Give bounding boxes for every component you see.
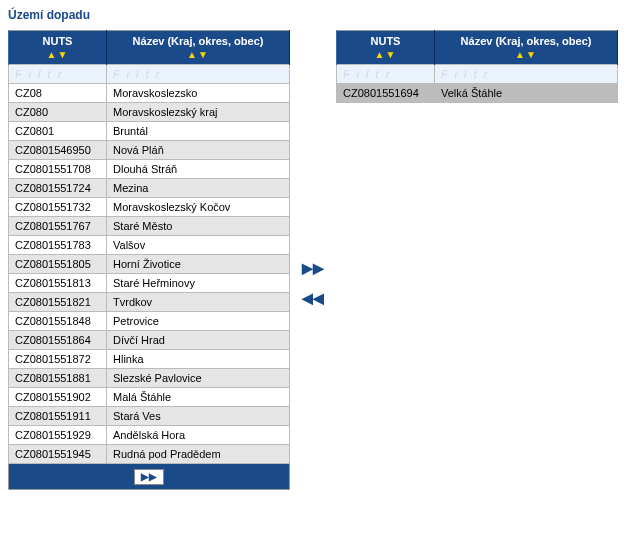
table-row[interactable]: CZ0801551694Velká Štáhle [337,84,618,103]
pager-footer: ▶▶ [8,464,290,490]
cell-nuts: CZ0801551911 [9,407,107,426]
table-row[interactable]: CZ0801551929Andělská Hora [9,426,290,445]
cell-name: Valšov [107,236,290,255]
add-button[interactable]: ▶▶ [302,260,324,276]
cell-nuts: CZ0801 [9,122,107,141]
available-panel: NUTS ▲▼ Název (Kraj, okres, obec) ▲▼ [8,30,290,490]
cell-nuts: CZ0801551694 [337,84,435,103]
table-row[interactable]: CZ0801551821Tvrdkov [9,293,290,312]
filter-name[interactable]: F i l t r [107,65,290,84]
cell-nuts: CZ080 [9,103,107,122]
cell-nuts: CZ0801551902 [9,388,107,407]
col-header-nuts[interactable]: NUTS ▲▼ [9,31,107,65]
cell-nuts: CZ0801551783 [9,236,107,255]
table-row[interactable]: CZ0801551864Dívčí Hrad [9,331,290,350]
cell-name: Slezské Pavlovice [107,369,290,388]
cell-name: Mezina [107,179,290,198]
sort-desc-icon[interactable]: ▼ [526,49,537,60]
sort-desc-icon[interactable]: ▼ [198,49,209,60]
cell-nuts: CZ0801551732 [9,198,107,217]
cell-name: Dlouhá Stráň [107,160,290,179]
col-header-name[interactable]: Název (Kraj, okres, obec) ▲▼ [435,31,618,65]
cell-nuts: CZ0801551767 [9,217,107,236]
sort-controls-name: ▲▼ [441,49,611,60]
cell-name: Staré Heřminovy [107,274,290,293]
cell-nuts: CZ0801551724 [9,179,107,198]
table-row[interactable]: CZ0801551911Stará Ves [9,407,290,426]
cell-name: Moravskoslezský Kočov [107,198,290,217]
cell-nuts: CZ0801551848 [9,312,107,331]
table-row[interactable]: CZ0801551724Mezina [9,179,290,198]
cell-name: Staré Město [107,217,290,236]
cell-nuts: CZ0801551945 [9,445,107,464]
col-header-name-label: Název (Kraj, okres, obec) [461,35,592,47]
table-row[interactable]: CZ0801551708Dlouhá Stráň [9,160,290,179]
cell-nuts: CZ0801551821 [9,293,107,312]
cell-nuts: CZ0801546950 [9,141,107,160]
cell-name: Petrovice [107,312,290,331]
table-row[interactable]: CZ0801551767Staré Město [9,217,290,236]
cell-name: Bruntál [107,122,290,141]
table-row[interactable]: CZ0801551848Petrovice [9,312,290,331]
sort-desc-icon[interactable]: ▼ [386,49,397,60]
transfer-controls: ▶▶ ◀◀ [298,30,328,306]
cell-nuts: CZ0801551805 [9,255,107,274]
cell-name: Stará Ves [107,407,290,426]
filter-nuts[interactable]: F i l t r [9,65,107,84]
sort-asc-icon[interactable]: ▲ [515,49,526,60]
cell-name: Moravskoslezský kraj [107,103,290,122]
sort-controls-name: ▲▼ [113,49,283,60]
table-row[interactable]: CZ0801551945Rudná pod Pradědem [9,445,290,464]
table-row[interactable]: CZ0801551881Slezské Pavlovice [9,369,290,388]
filter-row[interactable]: F i l t r F i l t r [9,65,290,84]
dual-list-layout: NUTS ▲▼ Název (Kraj, okres, obec) ▲▼ [8,30,619,490]
cell-name: Rudná pod Pradědem [107,445,290,464]
sort-asc-icon[interactable]: ▲ [187,49,198,60]
cell-name: Malá Štáhle [107,388,290,407]
remove-button[interactable]: ◀◀ [302,290,324,306]
table-row[interactable]: CZ080Moravskoslezský kraj [9,103,290,122]
cell-nuts: CZ0801551864 [9,331,107,350]
table-row[interactable]: CZ08Moravskoslezsko [9,84,290,103]
cell-name: Tvrdkov [107,293,290,312]
cell-nuts: CZ0801551881 [9,369,107,388]
cell-name: Andělská Hora [107,426,290,445]
cell-name: Moravskoslezsko [107,84,290,103]
table-row[interactable]: CZ0801551805Horní Životice [9,255,290,274]
sort-asc-icon[interactable]: ▲ [375,49,386,60]
cell-name: Nová Pláň [107,141,290,160]
col-header-name[interactable]: Název (Kraj, okres, obec) ▲▼ [107,31,290,65]
col-header-nuts[interactable]: NUTS ▲▼ [337,31,435,65]
cell-nuts: CZ08 [9,84,107,103]
table-row[interactable]: CZ0801551783Valšov [9,236,290,255]
sort-asc-icon[interactable]: ▲ [47,49,58,60]
col-header-nuts-label: NUTS [43,35,73,47]
sort-desc-icon[interactable]: ▼ [58,49,69,60]
filter-name[interactable]: F i l t r [435,65,618,84]
table-row[interactable]: CZ0801551813Staré Heřminovy [9,274,290,293]
cell-name: Dívčí Hrad [107,331,290,350]
table-row[interactable]: CZ0801Bruntál [9,122,290,141]
filter-nuts[interactable]: F i l t r [337,65,435,84]
cell-name: Hlinka [107,350,290,369]
table-row[interactable]: CZ0801551902Malá Štáhle [9,388,290,407]
selected-panel: NUTS ▲▼ Název (Kraj, okres, obec) ▲▼ [336,30,618,103]
col-header-name-label: Název (Kraj, okres, obec) [133,35,264,47]
col-header-nuts-label: NUTS [371,35,401,47]
selected-table: NUTS ▲▼ Název (Kraj, okres, obec) ▲▼ [336,30,618,103]
cell-nuts: CZ0801551929 [9,426,107,445]
cell-name: Horní Životice [107,255,290,274]
pager-next-button[interactable]: ▶▶ [134,469,164,485]
table-row[interactable]: CZ0801551872Hlinka [9,350,290,369]
cell-name: Velká Štáhle [435,84,618,103]
cell-nuts: CZ0801551872 [9,350,107,369]
cell-nuts: CZ0801551813 [9,274,107,293]
available-table: NUTS ▲▼ Název (Kraj, okres, obec) ▲▼ [8,30,290,464]
sort-controls-nuts: ▲▼ [15,49,100,60]
sort-controls-nuts: ▲▼ [343,49,428,60]
page-title: Území dopadu [8,8,619,22]
cell-nuts: CZ0801551708 [9,160,107,179]
filter-row[interactable]: F i l t r F i l t r [337,65,618,84]
table-row[interactable]: CZ0801546950Nová Pláň [9,141,290,160]
table-row[interactable]: CZ0801551732Moravskoslezský Kočov [9,198,290,217]
